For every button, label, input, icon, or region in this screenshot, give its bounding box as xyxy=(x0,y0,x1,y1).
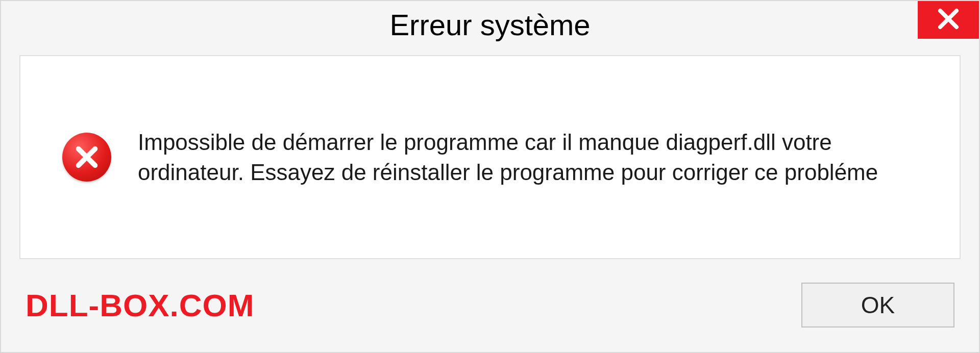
dialog-footer: DLL-BOX.COM OK xyxy=(1,259,979,351)
error-dialog: Erreur système Impossible de démarrer le… xyxy=(0,0,980,353)
error-message: Impossible de démarrer le programme car … xyxy=(138,127,929,188)
ok-button[interactable]: OK xyxy=(801,283,954,327)
close-button[interactable] xyxy=(918,1,979,39)
dialog-title: Erreur système xyxy=(389,8,590,42)
error-icon xyxy=(61,132,112,183)
content-panel: Impossible de démarrer le programme car … xyxy=(19,55,961,259)
brand-watermark: DLL-BOX.COM xyxy=(26,287,254,323)
close-icon xyxy=(936,7,961,33)
title-bar: Erreur système xyxy=(1,1,979,48)
